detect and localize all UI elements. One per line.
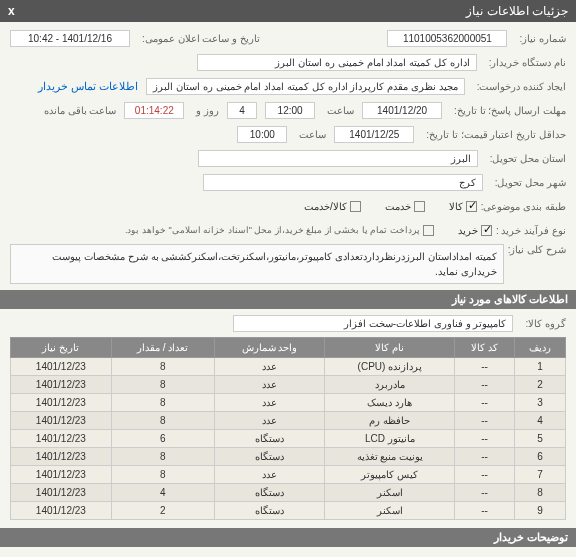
table-header: کد کالا [455,338,515,358]
table-cell: 2 [514,376,565,394]
table-row[interactable]: 7--کیس کامپیوترعدد81401/12/23 [11,466,566,484]
days-value: 4 [227,102,257,119]
buyer-name-label: نام دستگاه خریدار: [489,57,566,68]
category-goods-label: کالا [449,201,463,212]
table-cell: اسکنر [325,484,455,502]
checkbox-icon [350,201,361,212]
modal-title: جزئیات اطلاعات نیاز [466,4,568,18]
table-cell: 1401/12/23 [11,394,112,412]
buyer-notes-section-title: توضیحات خریدار [0,528,576,547]
table-cell: 4 [111,484,214,502]
table-row[interactable]: 1--پردازنده (CPU)عدد81401/12/23 [11,358,566,376]
price-valid-label: حداقل تاریخ اعتبار قیمت؛ تا تاریخ: [426,129,566,140]
process-buy[interactable]: خرید [458,225,492,236]
table-cell: هارد دیسک [325,394,455,412]
table-cell: 1401/12/23 [11,376,112,394]
table-cell: 8 [111,448,214,466]
table-cell: -- [455,358,515,376]
table-cell: -- [455,394,515,412]
table-cell: -- [455,502,515,520]
category-goods-service-label: کالا/خدمت [304,201,347,212]
category-goods-service[interactable]: کالا/خدمت [304,201,361,212]
table-cell: 8 [514,484,565,502]
city-value: کرج [203,174,483,191]
table-cell: 6 [514,448,565,466]
table-row[interactable]: 2--مادربردعدد81401/12/23 [11,376,566,394]
time-label-1: ساعت [327,105,354,116]
reply-date-value: 1401/12/20 [362,102,442,119]
category-service-label: خدمت [385,201,411,212]
table-cell: پردازنده (CPU) [325,358,455,376]
process-note: پرداخت تمام یا بخشی از مبلغ خرید،از محل … [125,225,420,235]
group-label: گروه کالا: [525,318,566,329]
buyer-name-value: اداره کل کمیته امداد امام خمینی ره استان… [197,54,477,71]
table-row[interactable]: 6--یونیت منبع تغذیهدستگاه81401/12/23 [11,448,566,466]
checkbox-icon [466,201,477,212]
table-cell: 8 [111,466,214,484]
contact-link[interactable]: اطلاعات تماس خریدار [38,80,138,93]
table-cell: 6 [111,430,214,448]
need-number-label: شماره نیاز: [519,33,566,44]
reply-deadline-label: مهلت ارسال پاسخ؛ تا تاریخ: [454,105,566,116]
province-label: استان محل تحویل: [490,153,566,164]
table-row[interactable]: 9--اسکنردستگاه21401/12/23 [11,502,566,520]
table-cell: -- [455,376,515,394]
table-cell: 8 [111,376,214,394]
remaining-label: ساعت باقی مانده [44,105,117,116]
creator-value: مجید نظری مقدم کارپرداز اداره کل کمیته ا… [146,78,464,95]
table-header: ردیف [514,338,565,358]
items-section-title: اطلاعات کالاهای مورد نیاز [0,290,576,309]
table-cell: 7 [514,466,565,484]
table-cell: 1401/12/23 [11,466,112,484]
group-value: کامپیوتر و فناوری اطلاعات-سخت افزار [233,315,513,332]
table-cell: -- [455,484,515,502]
category-goods[interactable]: کالا [449,201,477,212]
table-row[interactable]: 5--مانیتور LCDدستگاه61401/12/23 [11,430,566,448]
price-date-value: 1401/12/25 [334,126,414,143]
table-cell: دستگاه [214,430,325,448]
table-cell: 8 [111,394,214,412]
table-cell: -- [455,448,515,466]
table-cell: مانیتور LCD [325,430,455,448]
table-cell: 1401/12/23 [11,430,112,448]
close-icon[interactable]: x [8,4,15,18]
category-label: طبقه بندی موضوعی: [481,201,566,212]
table-cell: مادربرد [325,376,455,394]
table-cell: عدد [214,376,325,394]
table-cell: 9 [514,502,565,520]
table-cell: -- [455,412,515,430]
table-cell: 1401/12/23 [11,502,112,520]
table-header: تاریخ نیاز [11,338,112,358]
table-row[interactable]: 3--هارد دیسکعدد81401/12/23 [11,394,566,412]
table-row[interactable]: 4--حافظه رمعدد81401/12/23 [11,412,566,430]
table-cell: 1 [514,358,565,376]
items-table: ردیفکد کالانام کالاواحد شمارشتعداد / مقد… [10,337,566,520]
table-cell: 8 [111,358,214,376]
table-cell: -- [455,430,515,448]
table-cell: عدد [214,466,325,484]
checkbox-icon [481,225,492,236]
table-cell: عدد [214,358,325,376]
table-header: نام کالا [325,338,455,358]
table-cell: عدد [214,412,325,430]
announce-label: تاریخ و ساعت اعلان عمومی: [142,33,260,44]
countdown-value: 01:14:22 [124,102,184,119]
reply-time-value: 12:00 [265,102,315,119]
table-cell: 8 [111,412,214,430]
category-service[interactable]: خدمت [385,201,425,212]
process-treasury[interactable]: پرداخت تمام یا بخشی از مبلغ خرید،از محل … [125,225,434,236]
table-cell: 1401/12/23 [11,358,112,376]
table-cell: 3 [514,394,565,412]
table-cell: 1401/12/23 [11,448,112,466]
table-row[interactable]: 8--اسکنردستگاه41401/12/23 [11,484,566,502]
announce-value: 1401/12/16 - 10:42 [10,30,130,47]
checkbox-icon [423,225,434,236]
desc-value: کمیته امداداستان البرزدرنظرداردتعدادی کا… [10,244,504,284]
day-label: روز و [196,105,219,116]
table-header: تعداد / مقدار [111,338,214,358]
province-value: البرز [198,150,478,167]
table-cell: حافظه رم [325,412,455,430]
need-number-value: 1101005362000051 [387,30,507,47]
table-header: واحد شمارش [214,338,325,358]
table-cell: -- [455,466,515,484]
